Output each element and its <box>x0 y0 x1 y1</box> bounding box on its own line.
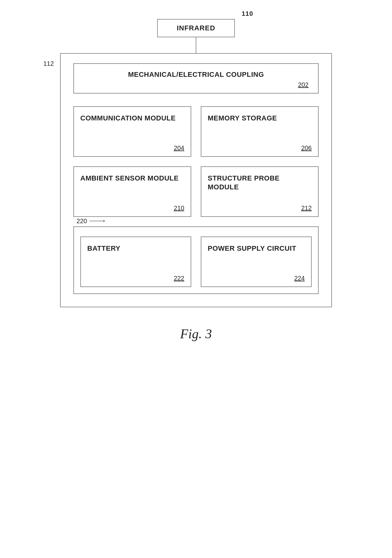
page-container: INFRARED 110 112 MECHANICAL/ELECTRICAL C… <box>0 0 392 558</box>
power-section-wrapper: 220 BATTERY 222 POWER SUPPLY CIRCUIT <box>73 226 319 294</box>
mec-box: MECHANICAL/ELECTRICAL COUPLING 202 <box>73 63 319 94</box>
communication-module-box: COMMUNICATION MODULE 204 <box>73 106 191 157</box>
communication-module-label: COMMUNICATION MODULE <box>80 114 184 123</box>
power-supply-circuit-box: POWER SUPPLY CIRCUIT 224 <box>201 236 312 287</box>
power-outer-box: BATTERY 222 POWER SUPPLY CIRCUIT 224 <box>73 226 319 294</box>
ambient-sensor-module-box: AMBIENT SENSOR MODULE 210 <box>73 166 191 217</box>
ref-110: 110 <box>242 10 253 17</box>
power-supply-circuit-ref: 224 <box>208 275 305 282</box>
memory-storage-box: MEMORY STORAGE 206 <box>201 106 319 157</box>
battery-label: BATTERY <box>87 244 184 253</box>
structure-probe-module-ref: 212 <box>208 205 312 212</box>
communication-module-ref: 204 <box>80 144 184 152</box>
main-outer-box: 112 MECHANICAL/ELECTRICAL COUPLING 202 C… <box>60 53 332 307</box>
ambient-sensor-module-ref: 210 <box>80 205 184 212</box>
battery-box: BATTERY 222 <box>80 236 191 287</box>
top-section: INFRARED 110 112 MECHANICAL/ELECTRICAL C… <box>60 19 332 307</box>
infrared-box: INFRARED 110 <box>157 19 235 37</box>
memory-storage-ref: 206 <box>208 144 312 152</box>
battery-ref: 222 <box>87 275 184 282</box>
infrared-label: INFRARED <box>177 24 215 32</box>
figure-label: Fig. 3 <box>180 326 212 341</box>
row2-grid: AMBIENT SENSOR MODULE 210 STRUCTURE PROB… <box>73 166 319 217</box>
connector-line-infrared <box>196 37 196 53</box>
power-row-grid: BATTERY 222 POWER SUPPLY CIRCUIT 224 <box>80 236 312 287</box>
ambient-sensor-module-label: AMBIENT SENSOR MODULE <box>80 174 184 183</box>
memory-storage-label: MEMORY STORAGE <box>208 114 312 123</box>
row1-grid: COMMUNICATION MODULE 204 MEMORY STORAGE … <box>73 106 319 157</box>
ref-220-label: 220 <box>77 218 87 225</box>
arrow-220 <box>89 219 105 223</box>
ref-112: 112 <box>43 60 54 67</box>
structure-probe-module-label: STRUCTURE PROBE MODULE <box>208 174 312 192</box>
mec-label: MECHANICAL/ELECTRICAL COUPLING <box>128 71 264 78</box>
structure-probe-module-box: STRUCTURE PROBE MODULE 212 <box>201 166 319 217</box>
svg-marker-1 <box>103 220 105 222</box>
power-supply-circuit-label: POWER SUPPLY CIRCUIT <box>208 244 305 253</box>
mec-ref: 202 <box>83 81 309 89</box>
